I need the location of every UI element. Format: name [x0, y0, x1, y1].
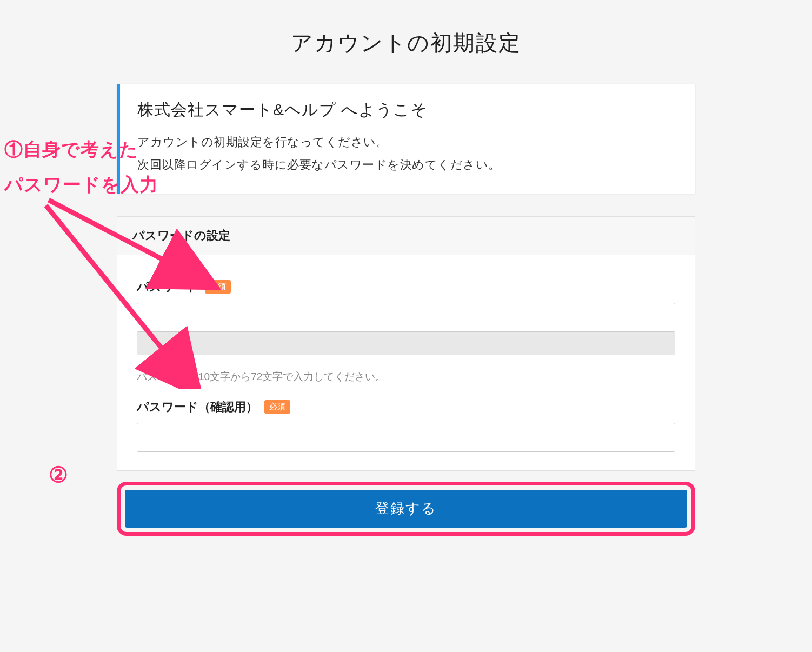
page-title: アカウントの初期設定	[0, 0, 812, 84]
required-badge: 必須	[205, 280, 231, 294]
required-badge: 必須	[264, 400, 290, 414]
confirm-field-group: パスワード（確認用） 必須	[137, 399, 675, 452]
confirm-password-input[interactable]	[137, 423, 675, 452]
submit-button[interactable]: 登録する	[125, 490, 687, 528]
welcome-title: 株式会社スマート&ヘルプ へようこそ	[137, 99, 678, 121]
confirm-label: パスワード（確認用）	[137, 399, 258, 415]
welcome-card: 株式会社スマート&ヘルプ へようこそ アカウントの初期設定を行なってください。 …	[117, 84, 695, 194]
submit-highlight-annotation: 登録する	[117, 482, 695, 536]
password-label: パスワード	[137, 279, 198, 295]
password-helper-text: パスワードは10文字から72文字で入力してください。	[137, 370, 675, 384]
welcome-line1: アカウントの初期設定を行なってください。	[137, 131, 678, 154]
form-section-title: パスワードの設定	[117, 217, 695, 255]
password-strength-bar	[137, 332, 675, 355]
password-field-group: パスワード 必須	[137, 279, 675, 355]
welcome-line2: 次回以降ログインする時に必要なパスワードを決めてください。	[137, 154, 678, 176]
annotation-step2-number: ②	[49, 462, 68, 487]
password-form-card: パスワードの設定 パスワード 必須 パスワードは10文字から72文字で入力してく…	[117, 216, 695, 471]
password-input[interactable]	[137, 303, 675, 332]
main-container: 株式会社スマート&ヘルプ へようこそ アカウントの初期設定を行なってください。 …	[117, 84, 695, 536]
